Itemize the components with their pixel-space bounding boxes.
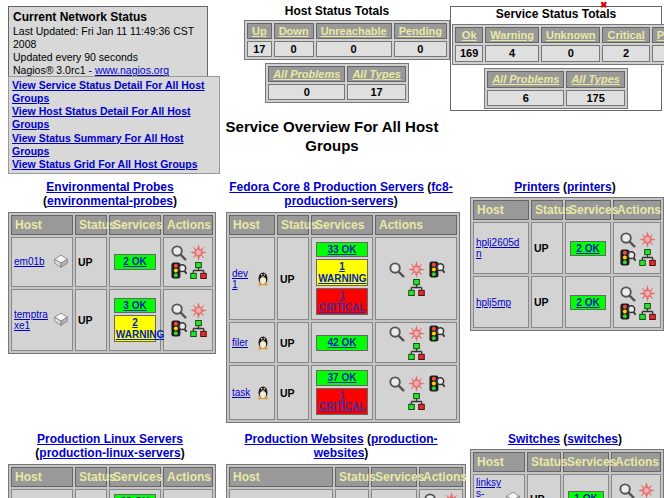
host-link[interactable]: em01b xyxy=(14,256,45,267)
hostgroup-title-link[interactable]: Fedora Core 8 Production Servers xyxy=(229,180,424,194)
col-host: Host xyxy=(473,452,525,472)
col-actions: Actions xyxy=(163,215,213,235)
host-link[interactable]: hplj5mp xyxy=(476,297,511,308)
burst-icon[interactable] xyxy=(408,325,425,342)
status-cell: UP xyxy=(335,489,369,498)
service-count-box: 1 CRITICAL xyxy=(316,288,368,315)
service-count-link[interactable]: 2 OK xyxy=(576,297,599,308)
network-map-icon[interactable] xyxy=(639,249,656,266)
hostgroup-title: Production Websites (production-websites… xyxy=(226,432,456,461)
traffic-light-icon[interactable] xyxy=(428,261,445,278)
host-down-link[interactable]: Down xyxy=(279,25,309,37)
svc-ok-link[interactable]: Ok xyxy=(462,29,477,41)
service-count-link[interactable]: 1 OK xyxy=(574,493,597,498)
traffic-light-icon[interactable] xyxy=(428,325,445,342)
host-all-problems-link[interactable]: All Problems xyxy=(273,68,340,80)
hostgroup-title-link[interactable]: Environmental Probes xyxy=(46,180,173,194)
service-count-link[interactable]: 2 OK xyxy=(576,243,599,254)
service-count-box: 2 OK xyxy=(570,241,607,257)
table-row: dev1 UP 33 OK 1 WARNING 1 CRITICAL xyxy=(11,489,213,498)
host-link[interactable]: temptraxe1 xyxy=(14,309,50,331)
network-map-icon[interactable] xyxy=(408,393,425,410)
hostgroup-title: Printers (printers) xyxy=(470,180,660,194)
svc-critical-link[interactable]: Critical xyxy=(607,29,644,41)
host-icon-slot xyxy=(254,384,272,402)
service-count-link[interactable]: 1 CRITICAL xyxy=(319,390,366,413)
svc-all-types-link[interactable]: All Types xyxy=(571,73,620,85)
host-all-types-link[interactable]: All Types xyxy=(352,68,401,80)
service-count-link[interactable]: 1 WARNING xyxy=(318,261,366,284)
magnifier-icon[interactable] xyxy=(170,244,187,261)
magnifier-icon[interactable] xyxy=(388,375,405,392)
host-link[interactable]: dev1 xyxy=(232,268,252,290)
service-count-link[interactable]: 2 OK xyxy=(123,256,146,267)
traffic-light-icon[interactable] xyxy=(428,375,445,392)
service-count-box: 1 OK xyxy=(568,491,605,498)
magnifier-icon[interactable] xyxy=(618,482,635,498)
svc-unknown-link[interactable]: Unknown xyxy=(546,29,596,41)
magnifier-icon[interactable] xyxy=(170,302,187,319)
burst-icon[interactable] xyxy=(408,261,425,278)
status-cell: UP xyxy=(75,237,107,287)
nav-status-grid[interactable]: View Status Grid For All Host Groups xyxy=(12,158,216,171)
network-map-icon[interactable] xyxy=(639,303,656,320)
hostgroup-title-link[interactable]: Printers xyxy=(514,180,559,194)
magnifier-icon[interactable] xyxy=(619,231,636,248)
service-count-link[interactable]: 42 OK xyxy=(328,337,357,348)
server-box-icon xyxy=(52,253,70,269)
network-map-icon[interactable] xyxy=(408,279,425,296)
table-row: temptraxe1 UP 3 OK 2 WARNING xyxy=(11,289,213,351)
host-icon-slot xyxy=(254,270,272,288)
burst-icon[interactable] xyxy=(639,285,656,302)
hostgroup-alias-link[interactable]: production-linux-servers xyxy=(39,446,180,460)
magnifier-icon[interactable] xyxy=(388,261,405,278)
burst-icon[interactable] xyxy=(408,375,425,392)
svc-pending-link[interactable]: Pending xyxy=(657,29,664,41)
host-up-link[interactable]: Up xyxy=(252,25,267,37)
hostgroup-title-link[interactable]: Production Websites xyxy=(244,432,363,446)
host-link[interactable]: hplj2605dn xyxy=(476,237,524,259)
hostgroup-alias-link[interactable]: printers xyxy=(567,180,612,194)
table-row: em01b UP 2 OK xyxy=(11,237,213,287)
host-link[interactable]: task xyxy=(232,387,250,398)
network-map-icon[interactable] xyxy=(408,343,425,360)
traffic-light-icon[interactable] xyxy=(170,320,187,337)
burst-icon[interactable] xyxy=(190,302,207,319)
hostgroup-title-link[interactable]: Production Linux Servers xyxy=(37,432,183,446)
svc-warning-link[interactable]: Warning xyxy=(490,29,534,41)
host-pending-link[interactable]: Pending xyxy=(399,25,442,37)
traffic-light-icon[interactable] xyxy=(619,249,636,266)
service-count-link[interactable]: 37 OK xyxy=(328,372,357,383)
host-unreachable-count: 0 xyxy=(316,41,392,57)
host-totals-title: Host Status Totals xyxy=(244,4,430,18)
magnifier-icon[interactable] xyxy=(388,325,405,342)
service-count-link[interactable]: 2 WARNING xyxy=(116,317,164,340)
burst-icon[interactable] xyxy=(638,482,655,498)
nav-service-status-detail[interactable]: View Service Status Detail For All Host … xyxy=(12,79,216,105)
hostgroup-printers: Printers (printers) Host Status Services… xyxy=(470,180,660,331)
burst-icon[interactable] xyxy=(639,231,656,248)
service-count-link[interactable]: 1 CRITICAL xyxy=(319,290,366,313)
network-map-icon[interactable] xyxy=(190,262,207,279)
hostgroup-switches: Switches (switches) Host Status Services… xyxy=(470,432,660,498)
magnifier-icon[interactable] xyxy=(423,492,440,498)
svc-all-problems-link[interactable]: All Problems xyxy=(492,73,559,85)
host-link[interactable]: filer xyxy=(232,337,248,348)
burst-icon[interactable] xyxy=(190,244,207,261)
host-link[interactable]: linksys-srw224p xyxy=(476,477,502,498)
hostgroup-production-websites: Production Websites (production-websites… xyxy=(226,432,456,498)
traffic-light-icon[interactable] xyxy=(170,262,187,279)
burst-icon[interactable] xyxy=(443,492,460,498)
network-map-icon[interactable] xyxy=(190,320,207,337)
service-count-link[interactable]: 33 OK xyxy=(328,244,357,255)
service-totals-title: Service Status Totals xyxy=(452,8,660,22)
traffic-light-icon[interactable] xyxy=(619,303,636,320)
hostgroup-alias-link[interactable]: environmental-probes xyxy=(47,194,173,208)
nagios-org-link[interactable]: www.nagios.org xyxy=(95,64,169,76)
magnifier-icon[interactable] xyxy=(619,285,636,302)
hostgroup-alias-link[interactable]: switches xyxy=(567,432,618,446)
service-count-link[interactable]: 3 OK xyxy=(123,300,146,311)
host-unreachable-link[interactable]: Unreachable xyxy=(321,25,387,37)
info-title: Current Network Status xyxy=(13,10,203,25)
hostgroup-title-link[interactable]: Switches xyxy=(508,432,560,446)
